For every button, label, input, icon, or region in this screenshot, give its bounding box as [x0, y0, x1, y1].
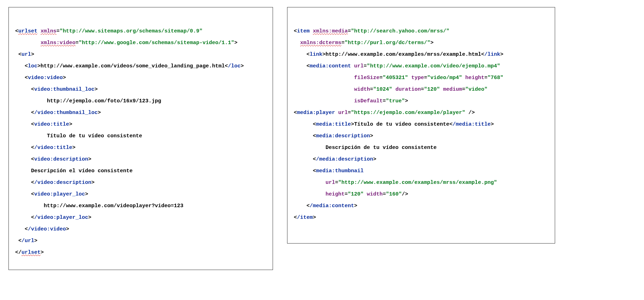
title-open: video:title	[34, 121, 69, 127]
mt-width-val: 160	[389, 191, 399, 197]
xmlns-dcterms-attr: xmlns:dcterms	[300, 40, 341, 46]
desc-text: Descripción el vídeo consistente	[31, 168, 133, 174]
media-content-open: media:content	[310, 63, 351, 69]
mc-duration-val: 120	[427, 86, 437, 92]
link-open: link	[310, 52, 322, 58]
video-video-close: /video:video	[28, 226, 66, 232]
mt-height-val: 120	[351, 191, 360, 197]
mc-url-val: http://www.example.com/video/ejemplo.mp4	[370, 63, 497, 69]
mc-medium-val: video	[468, 86, 484, 92]
mc-medium-attr: medium	[443, 86, 462, 92]
loc-close: /loc	[228, 63, 241, 69]
sitemap-xml-panel: <urlset xmlns="http://www.sitemaps.org/s…	[8, 7, 273, 270]
title-close: /video:title	[34, 145, 72, 151]
xmlns-dcterms-val: http://purl.org/dc/terms/	[348, 40, 427, 46]
thumb-close: /video:thumbnail_loc	[34, 110, 98, 116]
mc-duration-attr: duration	[395, 86, 421, 92]
urlset-close: urlset	[22, 250, 41, 256]
link-text: http://www.example.com/examples/mrss/exa…	[326, 52, 481, 58]
mc-isdefault-val: true	[389, 98, 402, 104]
page: <urlset xmlns="http://www.sitemaps.org/s…	[0, 0, 644, 277]
item-close: /item	[297, 215, 313, 221]
player-text: http://www.example.com/videoplayer?video…	[44, 203, 183, 209]
mc-width-attr: width	[354, 86, 370, 92]
xmlns-attr: xmlns	[41, 28, 56, 34]
mc-type-val: video/mp4	[430, 75, 459, 81]
media-player: media:player	[297, 110, 335, 116]
xmlns-video-val: http://www.google.com/schemas/sitemap-vi…	[82, 40, 231, 46]
media-title-close: /media:title	[452, 121, 491, 127]
mp-url-attr: url	[338, 110, 348, 116]
mt-url-attr: url	[326, 180, 335, 186]
media-content-close: /media:content	[310, 203, 354, 209]
mc-height-attr: height	[465, 75, 484, 81]
player-open: video:player_loc	[34, 191, 85, 197]
url-open: url	[22, 52, 31, 58]
xmlns-val: http://www.sitemaps.org/schemas/sitemap/…	[63, 28, 199, 34]
xmlns-video-attr: xmlns:video	[41, 40, 75, 46]
thumb-text: http://ejemplo.com/foto/16x9/123.jpg	[47, 98, 161, 104]
mrss-xml-panel: <item xmlns:media="http://search.yahoo.c…	[287, 7, 555, 244]
loc-text: http://www.example.com/videos/some_video…	[41, 63, 225, 69]
mc-filesize-val: 405321	[386, 75, 405, 81]
mc-isdefault-attr: isDefault	[354, 98, 383, 104]
mt-width-attr: width	[367, 191, 383, 197]
title-text: Título de tu vídeo consistente	[47, 133, 142, 139]
media-title-text: Título de tu vídeo consistente	[354, 121, 449, 127]
mc-width-val: 1024	[376, 86, 389, 92]
link-close: /link	[484, 52, 500, 58]
mc-type-attr: type	[411, 75, 424, 81]
media-thumb: media:thumbnail	[316, 168, 364, 174]
thumb-open: video:thumbnail_loc	[34, 86, 95, 92]
desc-open: video:description	[34, 156, 88, 162]
xmlns-media-val: http://search.yahoo.com/mrss/	[354, 28, 446, 34]
media-desc-close: /media:description	[316, 156, 373, 162]
urlset-open: urlset	[18, 28, 37, 34]
loc-open: loc	[28, 63, 37, 69]
media-desc-open: media:description	[316, 133, 370, 139]
mc-height-val: 768	[491, 75, 500, 81]
item-open: item	[297, 28, 310, 34]
media-desc-text: Descripción de tu vídeo consistente	[326, 145, 437, 151]
mt-height-attr: height	[326, 191, 345, 197]
url-close: /url	[22, 238, 34, 244]
mc-url-attr: url	[354, 63, 364, 69]
xmlns-media-attr: xmlns:media	[313, 28, 348, 34]
video-video-open: video:video	[28, 75, 63, 81]
mt-url-val: http://www.example.com/examples/mrss/exa…	[341, 180, 494, 186]
media-title-open: media:title	[316, 121, 351, 127]
mc-filesize-attr: fileSize	[354, 75, 379, 81]
player-close: /video:player_loc	[34, 215, 88, 221]
mp-url-val: https://ejemplo.com/example/player	[354, 110, 462, 116]
desc-close: /video:description	[34, 180, 91, 186]
